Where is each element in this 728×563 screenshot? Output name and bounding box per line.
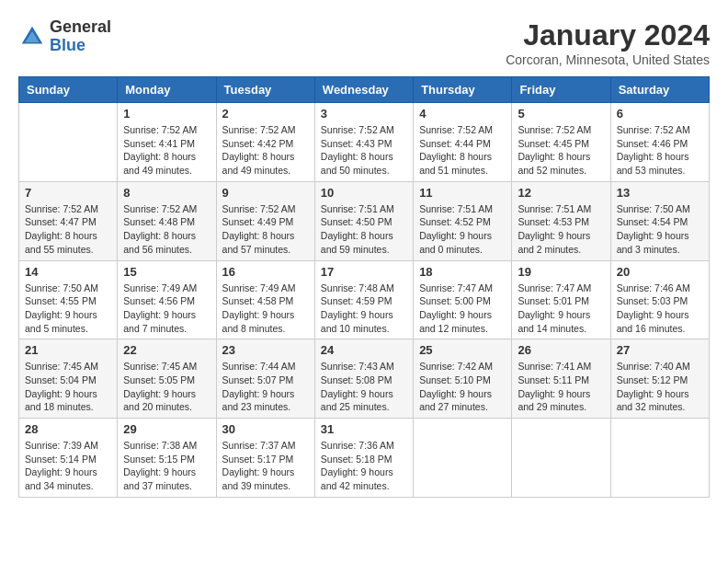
day-number: 4	[419, 107, 506, 121]
day-info: Sunrise: 7:41 AMSunset: 5:11 PMDaylight:…	[518, 360, 604, 414]
day-info: Sunrise: 7:45 AMSunset: 5:04 PMDaylight:…	[25, 360, 111, 414]
day-number: 3	[321, 107, 407, 121]
page-header: General Blue January 2024 Corcoran, Minn…	[18, 18, 710, 67]
day-number: 10	[321, 186, 407, 200]
calendar-cell	[512, 419, 610, 498]
calendar-cell: 20Sunrise: 7:46 AMSunset: 5:03 PMDayligh…	[610, 260, 709, 339]
day-number: 24	[321, 343, 407, 357]
calendar-cell: 2Sunrise: 7:52 AMSunset: 4:42 PMDaylight…	[216, 103, 314, 182]
calendar-cell: 30Sunrise: 7:37 AMSunset: 5:17 PMDayligh…	[216, 419, 314, 498]
day-number: 20	[617, 265, 703, 279]
day-number: 31	[321, 422, 407, 436]
location: Corcoran, Minnesota, United States	[506, 52, 710, 67]
day-number: 22	[123, 343, 210, 357]
calendar-cell: 26Sunrise: 7:41 AMSunset: 5:11 PMDayligh…	[512, 339, 610, 419]
day-info: Sunrise: 7:43 AMSunset: 5:08 PMDaylight:…	[321, 360, 407, 414]
day-number: 6	[617, 107, 703, 121]
day-info: Sunrise: 7:52 AMSunset: 4:48 PMDaylight:…	[123, 202, 210, 257]
day-number: 28	[25, 422, 111, 436]
day-number: 1	[123, 107, 210, 121]
calendar-header-sunday: Sunday	[19, 77, 118, 103]
calendar-cell: 5Sunrise: 7:52 AMSunset: 4:45 PMDaylight…	[512, 103, 610, 182]
calendar: SundayMondayTuesdayWednesdayThursdayFrid…	[18, 76, 710, 498]
calendar-week-4: 28Sunrise: 7:39 AMSunset: 5:14 PMDayligh…	[19, 419, 710, 498]
day-info: Sunrise: 7:36 AMSunset: 5:18 PMDaylight:…	[321, 439, 407, 493]
day-number: 15	[123, 265, 210, 279]
day-number: 21	[25, 343, 111, 357]
calendar-cell: 6Sunrise: 7:52 AMSunset: 4:46 PMDaylight…	[610, 103, 709, 182]
day-number: 2	[222, 107, 309, 121]
day-info: Sunrise: 7:47 AMSunset: 5:00 PMDaylight:…	[419, 282, 506, 336]
calendar-cell: 4Sunrise: 7:52 AMSunset: 4:44 PMDaylight…	[414, 103, 512, 182]
day-info: Sunrise: 7:52 AMSunset: 4:45 PMDaylight:…	[518, 123, 604, 178]
calendar-header-row: SundayMondayTuesdayWednesdayThursdayFrid…	[19, 77, 710, 103]
calendar-header-wednesday: Wednesday	[314, 77, 413, 103]
calendar-cell: 7Sunrise: 7:52 AMSunset: 4:47 PMDaylight…	[19, 181, 118, 260]
day-info: Sunrise: 7:52 AMSunset: 4:49 PMDaylight:…	[222, 202, 309, 257]
day-info: Sunrise: 7:52 AMSunset: 4:47 PMDaylight:…	[25, 202, 111, 257]
calendar-cell: 12Sunrise: 7:51 AMSunset: 4:53 PMDayligh…	[512, 181, 610, 260]
day-number: 19	[518, 265, 604, 279]
day-info: Sunrise: 7:46 AMSunset: 5:03 PMDaylight:…	[617, 282, 703, 336]
month-title: January 2024	[506, 18, 710, 52]
calendar-cell	[19, 103, 118, 182]
calendar-cell: 19Sunrise: 7:47 AMSunset: 5:01 PMDayligh…	[512, 260, 610, 339]
day-number: 16	[222, 265, 309, 279]
day-info: Sunrise: 7:42 AMSunset: 5:10 PMDaylight:…	[419, 360, 506, 414]
day-number: 30	[222, 422, 309, 436]
day-number: 5	[518, 107, 604, 121]
day-info: Sunrise: 7:51 AMSunset: 4:53 PMDaylight:…	[518, 202, 604, 257]
calendar-week-0: 1Sunrise: 7:52 AMSunset: 4:41 PMDaylight…	[19, 103, 710, 182]
calendar-header-thursday: Thursday	[414, 77, 512, 103]
day-info: Sunrise: 7:44 AMSunset: 5:07 PMDaylight:…	[222, 360, 309, 414]
day-number: 29	[123, 422, 210, 436]
day-info: Sunrise: 7:49 AMSunset: 4:58 PMDaylight:…	[222, 282, 309, 336]
calendar-header-monday: Monday	[118, 77, 216, 103]
calendar-header-saturday: Saturday	[610, 77, 709, 103]
day-number: 13	[617, 186, 703, 200]
day-number: 23	[222, 343, 309, 357]
calendar-week-1: 7Sunrise: 7:52 AMSunset: 4:47 PMDaylight…	[19, 181, 710, 260]
calendar-cell: 29Sunrise: 7:38 AMSunset: 5:15 PMDayligh…	[118, 419, 216, 498]
calendar-cell: 22Sunrise: 7:45 AMSunset: 5:05 PMDayligh…	[118, 339, 216, 419]
calendar-cell: 16Sunrise: 7:49 AMSunset: 4:58 PMDayligh…	[216, 260, 314, 339]
day-info: Sunrise: 7:52 AMSunset: 4:44 PMDaylight:…	[419, 123, 506, 178]
day-info: Sunrise: 7:37 AMSunset: 5:17 PMDaylight:…	[222, 439, 309, 493]
day-number: 7	[25, 186, 111, 200]
day-info: Sunrise: 7:49 AMSunset: 4:56 PMDaylight:…	[123, 282, 210, 336]
day-number: 8	[123, 186, 210, 200]
calendar-cell: 27Sunrise: 7:40 AMSunset: 5:12 PMDayligh…	[610, 339, 709, 419]
calendar-cell: 23Sunrise: 7:44 AMSunset: 5:07 PMDayligh…	[216, 339, 314, 419]
calendar-week-2: 14Sunrise: 7:50 AMSunset: 4:55 PMDayligh…	[19, 260, 710, 339]
logo-blue: Blue	[50, 37, 111, 55]
logo: General Blue	[18, 18, 111, 55]
day-info: Sunrise: 7:50 AMSunset: 4:55 PMDaylight:…	[25, 282, 111, 336]
calendar-cell: 13Sunrise: 7:50 AMSunset: 4:54 PMDayligh…	[610, 181, 709, 260]
calendar-cell: 28Sunrise: 7:39 AMSunset: 5:14 PMDayligh…	[19, 419, 118, 498]
day-info: Sunrise: 7:50 AMSunset: 4:54 PMDaylight:…	[617, 202, 703, 257]
day-info: Sunrise: 7:51 AMSunset: 4:50 PMDaylight:…	[321, 202, 407, 257]
calendar-cell: 14Sunrise: 7:50 AMSunset: 4:55 PMDayligh…	[19, 260, 118, 339]
day-info: Sunrise: 7:45 AMSunset: 5:05 PMDaylight:…	[123, 360, 210, 414]
day-info: Sunrise: 7:51 AMSunset: 4:52 PMDaylight:…	[419, 202, 506, 257]
logo-general: General	[50, 18, 111, 37]
calendar-cell: 9Sunrise: 7:52 AMSunset: 4:49 PMDaylight…	[216, 181, 314, 260]
title-block: January 2024 Corcoran, Minnesota, United…	[506, 18, 710, 67]
calendar-header-tuesday: Tuesday	[216, 77, 314, 103]
day-info: Sunrise: 7:47 AMSunset: 5:01 PMDaylight:…	[518, 282, 604, 336]
calendar-cell: 24Sunrise: 7:43 AMSunset: 5:08 PMDayligh…	[314, 339, 413, 419]
day-number: 12	[518, 186, 604, 200]
day-number: 17	[321, 265, 407, 279]
calendar-cell: 31Sunrise: 7:36 AMSunset: 5:18 PMDayligh…	[314, 419, 413, 498]
logo-icon	[18, 23, 46, 51]
calendar-cell: 3Sunrise: 7:52 AMSunset: 4:43 PMDaylight…	[314, 103, 413, 182]
calendar-cell: 25Sunrise: 7:42 AMSunset: 5:10 PMDayligh…	[414, 339, 512, 419]
calendar-header-friday: Friday	[512, 77, 610, 103]
day-info: Sunrise: 7:40 AMSunset: 5:12 PMDaylight:…	[617, 360, 703, 414]
day-number: 27	[617, 343, 703, 357]
day-number: 9	[222, 186, 309, 200]
day-info: Sunrise: 7:52 AMSunset: 4:43 PMDaylight:…	[321, 123, 407, 178]
day-info: Sunrise: 7:52 AMSunset: 4:42 PMDaylight:…	[222, 123, 309, 178]
day-info: Sunrise: 7:52 AMSunset: 4:41 PMDaylight:…	[123, 123, 210, 178]
day-number: 14	[25, 265, 111, 279]
